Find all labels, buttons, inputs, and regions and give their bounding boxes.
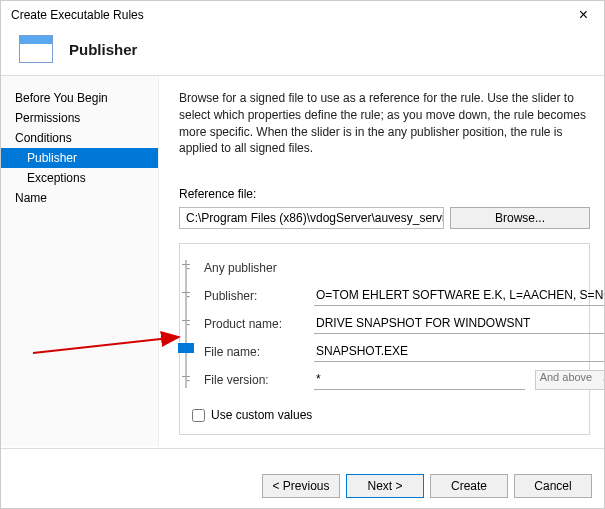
use-custom-values-label: Use custom values: [211, 408, 312, 422]
any-publisher-label: Any publisher: [204, 261, 304, 275]
sidebar-item-name[interactable]: Name: [1, 188, 158, 208]
product-name-label: Product name:: [204, 317, 304, 331]
create-button[interactable]: Create: [430, 474, 508, 498]
wizard-sidebar: Before You Begin Permissions Conditions …: [1, 76, 159, 446]
reference-file-input[interactable]: C:\Program Files (x86)\vdogServer\auvesy…: [179, 207, 444, 229]
previous-button[interactable]: < Previous: [262, 474, 340, 498]
window-title: Create Executable Rules: [11, 8, 144, 22]
reference-file-label: Reference file:: [179, 187, 590, 201]
sidebar-item-before-you-begin[interactable]: Before You Begin: [1, 88, 158, 108]
and-above-dropdown[interactable]: And above: [535, 370, 604, 390]
sidebar-item-publisher[interactable]: Publisher: [1, 148, 158, 168]
file-name-label: File name:: [204, 345, 304, 359]
slider-track: [185, 260, 187, 388]
wizard-header: Publisher: [1, 25, 604, 75]
slider-tick: [182, 264, 190, 265]
next-button[interactable]: Next >: [346, 474, 424, 498]
sidebar-item-conditions[interactable]: Conditions: [1, 128, 158, 148]
page-title: Publisher: [69, 41, 137, 58]
main-panel: Browse for a signed file to use as a ref…: [159, 76, 604, 446]
file-name-value[interactable]: SNAPSHOT.EXE: [314, 342, 604, 362]
product-name-value[interactable]: DRIVE SNAPSHOT FOR WINDOWSNT: [314, 314, 604, 334]
file-version-label: File version:: [204, 373, 304, 387]
close-icon[interactable]: ×: [573, 7, 594, 23]
slider-tick: [182, 292, 190, 293]
use-custom-values-checkbox[interactable]: [192, 409, 205, 422]
cancel-button[interactable]: Cancel: [514, 474, 592, 498]
slider-thumb[interactable]: [178, 343, 194, 353]
file-version-value[interactable]: *: [314, 370, 525, 390]
wizard-footer: < Previous Next > Create Cancel: [262, 474, 592, 498]
properties-panel: - Any publisher - Publisher: O=TOM EHLER…: [179, 243, 590, 435]
browse-button[interactable]: Browse...: [450, 207, 590, 229]
publisher-label: Publisher:: [204, 289, 304, 303]
sidebar-item-permissions[interactable]: Permissions: [1, 108, 158, 128]
description-text: Browse for a signed file to use as a ref…: [179, 90, 590, 157]
divider: [1, 448, 604, 449]
publisher-icon: [19, 35, 53, 63]
sidebar-item-exceptions[interactable]: Exceptions: [1, 168, 158, 188]
publisher-value[interactable]: O=TOM EHLERT SOFTWARE E.K, L=AACHEN, S=N…: [314, 286, 604, 306]
slider-tick: [182, 320, 190, 321]
slider-tick: [182, 376, 190, 377]
